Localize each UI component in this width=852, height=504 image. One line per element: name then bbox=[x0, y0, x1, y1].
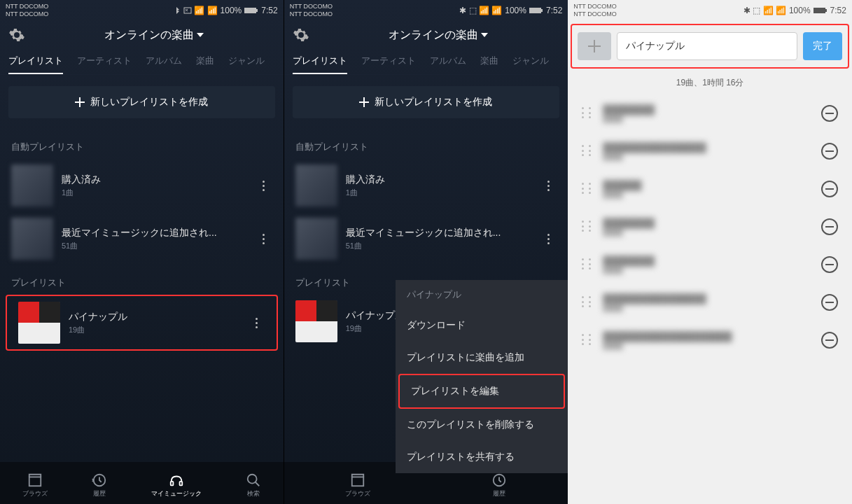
svg-rect-10 bbox=[351, 477, 363, 486]
playlist-item-recent[interactable]: 最近マイミュージックに追加され...51曲 bbox=[284, 212, 568, 265]
playlist-item-purchased[interactable]: 購入済み1曲 bbox=[284, 159, 568, 212]
song-row[interactable]: ████████████████████████ bbox=[576, 321, 844, 359]
menu-edit-playlist[interactable]: プレイリストを編集 bbox=[398, 374, 565, 409]
svg-rect-2 bbox=[256, 9, 258, 12]
screen-1: NTT DOCOMONTT DOCOMO 📶 📶 100% 7:52 オンライン… bbox=[0, 0, 284, 504]
nav-history[interactable]: 履歴 bbox=[92, 472, 107, 498]
drag-handle-icon[interactable] bbox=[582, 107, 594, 120]
thumbnail bbox=[11, 164, 53, 206]
song-title: ████████████████████ bbox=[603, 293, 813, 312]
svg-rect-6 bbox=[179, 481, 182, 485]
plus-icon bbox=[588, 40, 601, 52]
new-playlist-button[interactable]: 新しいプレイリストを作成 bbox=[8, 86, 275, 118]
remove-button[interactable] bbox=[821, 181, 838, 197]
song-title: ████████████ bbox=[603, 218, 813, 236]
drag-handle-icon[interactable] bbox=[582, 258, 594, 271]
nav-browse[interactable]: ブラウズ bbox=[345, 472, 370, 498]
playlist-item-recent[interactable]: 最近マイミュージックに追加され... 51曲 bbox=[0, 212, 284, 265]
song-title: ████████████ bbox=[603, 255, 813, 274]
add-button[interactable] bbox=[578, 32, 611, 60]
tab-album[interactable]: アルバム bbox=[146, 49, 182, 74]
remove-button[interactable] bbox=[821, 105, 838, 122]
svg-rect-0 bbox=[184, 8, 191, 13]
title-dropdown[interactable]: オンラインの楽曲 bbox=[34, 28, 275, 43]
svg-rect-12 bbox=[813, 8, 825, 13]
song-title: ████████████████████████ bbox=[603, 331, 813, 349]
svg-rect-3 bbox=[29, 477, 41, 486]
playlist-name-input[interactable] bbox=[617, 32, 797, 60]
item-subtitle: 51曲 bbox=[62, 241, 247, 251]
bottom-nav: ブラウズ 履歴 マイミュージック 検索 bbox=[0, 462, 284, 504]
menu-download[interactable]: ダウンロード bbox=[396, 309, 568, 342]
svg-point-7 bbox=[248, 474, 257, 483]
battery-label: 100% bbox=[221, 6, 242, 15]
tab-song[interactable]: 楽曲 bbox=[196, 49, 214, 74]
plus-icon bbox=[75, 97, 85, 107]
drag-handle-icon[interactable] bbox=[582, 334, 594, 346]
playlist-item-pineapple[interactable]: パイナップル 19曲 bbox=[6, 295, 278, 351]
svg-rect-9 bbox=[541, 9, 543, 12]
nav-browse[interactable]: ブラウズ bbox=[22, 472, 48, 498]
drag-handle-icon[interactable] bbox=[582, 145, 594, 158]
playlist-stats: 19曲、1時間 16分 bbox=[568, 71, 852, 94]
remove-button[interactable] bbox=[821, 218, 838, 235]
playlist-item-purchased[interactable]: 購入済み 1曲 bbox=[0, 159, 284, 212]
thumbnail bbox=[11, 218, 53, 260]
svg-rect-5 bbox=[171, 481, 174, 485]
gear-icon[interactable] bbox=[8, 27, 25, 43]
tab-playlist[interactable]: プレイリスト bbox=[8, 49, 63, 74]
gear-icon[interactable] bbox=[293, 27, 309, 43]
nav-search[interactable]: 検索 bbox=[246, 472, 261, 498]
nav-mymusic[interactable]: マイミュージック bbox=[151, 472, 202, 498]
remove-button[interactable] bbox=[821, 143, 838, 160]
remove-button[interactable] bbox=[821, 294, 838, 311]
drag-handle-icon[interactable] bbox=[582, 183, 594, 195]
more-icon[interactable] bbox=[540, 177, 557, 194]
status-bar: NTT DOCOMONTT DOCOMO ✱ ⬚ 📶 📶100%7:52 bbox=[568, 0, 852, 21]
category-tabs: プレイリスト アーティスト アルバム 楽曲 ジャンル bbox=[0, 49, 284, 75]
drag-handle-icon[interactable] bbox=[582, 220, 594, 233]
tab-album[interactable]: アルバム bbox=[430, 49, 466, 74]
tab-artist[interactable]: アーティスト bbox=[361, 49, 416, 74]
title-dropdown[interactable]: オンラインの楽曲 bbox=[318, 28, 560, 43]
status-icons: 📶 📶 bbox=[174, 6, 217, 15]
tab-song[interactable]: 楽曲 bbox=[480, 49, 498, 74]
song-list: ████████████ ████████████████████ ██████… bbox=[568, 94, 852, 359]
song-title: ████████████████████ bbox=[603, 142, 813, 160]
more-icon[interactable] bbox=[256, 230, 272, 247]
context-menu: パイナップル ダウンロード プレイリストに楽曲を追加 プレイリストを編集 このプ… bbox=[396, 280, 568, 473]
svg-rect-1 bbox=[244, 8, 256, 13]
more-icon[interactable] bbox=[256, 177, 272, 194]
svg-rect-8 bbox=[529, 8, 541, 13]
nav-history[interactable]: 履歴 bbox=[491, 472, 507, 498]
status-bar: NTT DOCOMONTT DOCOMO 📶 📶 100% 7:52 bbox=[0, 0, 284, 21]
item-title: パイナップル bbox=[69, 311, 240, 323]
status-bar: NTT DOCOMONTT DOCOMO ✱ ⬚ 📶 📶100%7:52 bbox=[284, 0, 568, 21]
song-title: ████████████ bbox=[603, 104, 813, 122]
more-icon[interactable] bbox=[540, 230, 557, 247]
item-subtitle: 1曲 bbox=[62, 188, 247, 198]
tab-playlist[interactable]: プレイリスト bbox=[293, 49, 347, 74]
menu-add-songs[interactable]: プレイリストに楽曲を追加 bbox=[396, 342, 568, 374]
song-row[interactable]: ██████████ bbox=[576, 170, 844, 208]
done-button[interactable]: 完了 bbox=[803, 32, 842, 60]
time-label: 7:52 bbox=[261, 6, 277, 15]
song-row[interactable]: ████████████ bbox=[576, 208, 844, 246]
menu-delete-playlist[interactable]: このプレイリストを削除する bbox=[396, 409, 568, 441]
song-row[interactable]: ████████████████████ bbox=[576, 284, 844, 321]
menu-share-playlist[interactable]: プレイリストを共有する bbox=[396, 441, 568, 473]
tab-genre[interactable]: ジャンル bbox=[512, 49, 549, 74]
tab-genre[interactable]: ジャンル bbox=[228, 49, 265, 74]
song-row[interactable]: ████████████ bbox=[576, 94, 844, 132]
more-icon[interactable] bbox=[249, 314, 265, 331]
context-title: パイナップル bbox=[396, 280, 568, 309]
new-playlist-button[interactable]: 新しいプレイリストを作成 bbox=[293, 86, 560, 118]
remove-button[interactable] bbox=[821, 332, 838, 349]
drag-handle-icon[interactable] bbox=[582, 296, 594, 309]
song-row[interactable]: ████████████ bbox=[576, 246, 844, 284]
tab-artist[interactable]: アーティスト bbox=[77, 49, 132, 74]
song-row[interactable]: ████████████████████ bbox=[576, 132, 844, 170]
screen-3: NTT DOCOMONTT DOCOMO ✱ ⬚ 📶 📶100%7:52 完了 … bbox=[568, 0, 852, 504]
edit-header: 完了 bbox=[571, 24, 849, 69]
remove-button[interactable] bbox=[821, 256, 838, 273]
